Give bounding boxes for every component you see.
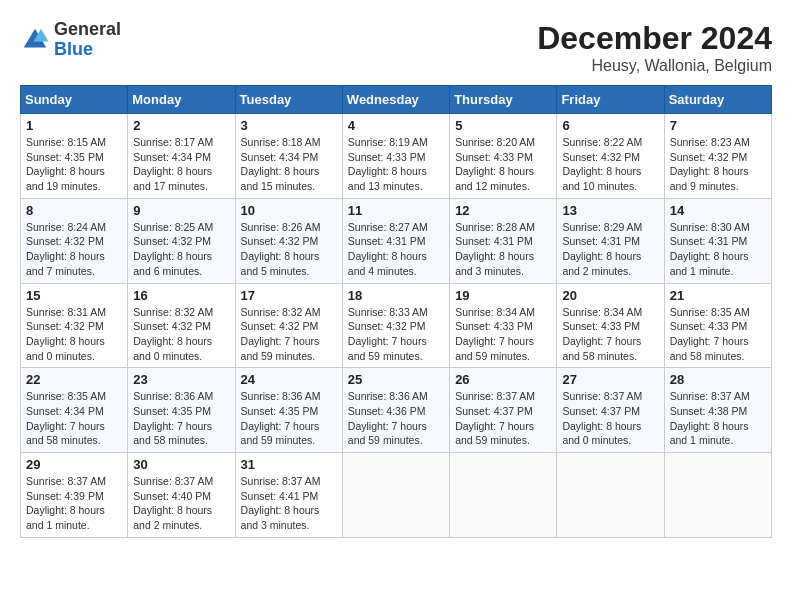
day-number: 29 [26, 457, 122, 472]
table-row: 14 Sunrise: 8:30 AMSunset: 4:31 PMDaylig… [664, 198, 771, 283]
day-info: Sunrise: 8:29 AMSunset: 4:31 PMDaylight:… [562, 220, 658, 279]
day-info: Sunrise: 8:37 AMSunset: 4:37 PMDaylight:… [455, 389, 551, 448]
col-thursday: Thursday [450, 86, 557, 114]
empty-cell [450, 453, 557, 538]
table-row: 9 Sunrise: 8:25 AMSunset: 4:32 PMDayligh… [128, 198, 235, 283]
day-info: Sunrise: 8:27 AMSunset: 4:31 PMDaylight:… [348, 220, 444, 279]
day-number: 22 [26, 372, 122, 387]
table-row: 11 Sunrise: 8:27 AMSunset: 4:31 PMDaylig… [342, 198, 449, 283]
day-number: 21 [670, 288, 766, 303]
page-header: General Blue December 2024 Heusy, Wallon… [20, 20, 772, 75]
table-row: 31 Sunrise: 8:37 AMSunset: 4:41 PMDaylig… [235, 453, 342, 538]
calendar-header-row: Sunday Monday Tuesday Wednesday Thursday… [21, 86, 772, 114]
day-number: 12 [455, 203, 551, 218]
day-number: 16 [133, 288, 229, 303]
calendar-row: 8 Sunrise: 8:24 AMSunset: 4:32 PMDayligh… [21, 198, 772, 283]
table-row: 22 Sunrise: 8:35 AMSunset: 4:34 PMDaylig… [21, 368, 128, 453]
table-row: 2 Sunrise: 8:17 AMSunset: 4:34 PMDayligh… [128, 114, 235, 199]
day-info: Sunrise: 8:31 AMSunset: 4:32 PMDaylight:… [26, 305, 122, 364]
day-number: 27 [562, 372, 658, 387]
day-number: 14 [670, 203, 766, 218]
day-info: Sunrise: 8:30 AMSunset: 4:31 PMDaylight:… [670, 220, 766, 279]
day-number: 26 [455, 372, 551, 387]
table-row: 1 Sunrise: 8:15 AMSunset: 4:35 PMDayligh… [21, 114, 128, 199]
logo: General Blue [20, 20, 121, 60]
day-info: Sunrise: 8:18 AMSunset: 4:34 PMDaylight:… [241, 135, 337, 194]
title-block: December 2024 Heusy, Wallonia, Belgium [537, 20, 772, 75]
logo-general-text: General [54, 19, 121, 39]
table-row: 30 Sunrise: 8:37 AMSunset: 4:40 PMDaylig… [128, 453, 235, 538]
table-row: 12 Sunrise: 8:28 AMSunset: 4:31 PMDaylig… [450, 198, 557, 283]
day-number: 13 [562, 203, 658, 218]
table-row: 21 Sunrise: 8:35 AMSunset: 4:33 PMDaylig… [664, 283, 771, 368]
day-info: Sunrise: 8:15 AMSunset: 4:35 PMDaylight:… [26, 135, 122, 194]
col-wednesday: Wednesday [342, 86, 449, 114]
day-number: 9 [133, 203, 229, 218]
col-monday: Monday [128, 86, 235, 114]
day-info: Sunrise: 8:23 AMSunset: 4:32 PMDaylight:… [670, 135, 766, 194]
day-info: Sunrise: 8:35 AMSunset: 4:34 PMDaylight:… [26, 389, 122, 448]
calendar-row: 15 Sunrise: 8:31 AMSunset: 4:32 PMDaylig… [21, 283, 772, 368]
day-number: 10 [241, 203, 337, 218]
day-info: Sunrise: 8:17 AMSunset: 4:34 PMDaylight:… [133, 135, 229, 194]
day-info: Sunrise: 8:22 AMSunset: 4:32 PMDaylight:… [562, 135, 658, 194]
day-number: 17 [241, 288, 337, 303]
table-row: 5 Sunrise: 8:20 AMSunset: 4:33 PMDayligh… [450, 114, 557, 199]
day-info: Sunrise: 8:25 AMSunset: 4:32 PMDaylight:… [133, 220, 229, 279]
table-row: 7 Sunrise: 8:23 AMSunset: 4:32 PMDayligh… [664, 114, 771, 199]
day-number: 4 [348, 118, 444, 133]
logo-blue-text: Blue [54, 39, 93, 59]
calendar-row: 29 Sunrise: 8:37 AMSunset: 4:39 PMDaylig… [21, 453, 772, 538]
day-number: 7 [670, 118, 766, 133]
empty-cell [342, 453, 449, 538]
page-title: December 2024 [537, 20, 772, 57]
day-info: Sunrise: 8:32 AMSunset: 4:32 PMDaylight:… [241, 305, 337, 364]
table-row: 6 Sunrise: 8:22 AMSunset: 4:32 PMDayligh… [557, 114, 664, 199]
day-number: 28 [670, 372, 766, 387]
day-info: Sunrise: 8:37 AMSunset: 4:38 PMDaylight:… [670, 389, 766, 448]
page-subtitle: Heusy, Wallonia, Belgium [537, 57, 772, 75]
logo-icon [20, 25, 50, 55]
day-info: Sunrise: 8:37 AMSunset: 4:37 PMDaylight:… [562, 389, 658, 448]
day-info: Sunrise: 8:37 AMSunset: 4:40 PMDaylight:… [133, 474, 229, 533]
table-row: 16 Sunrise: 8:32 AMSunset: 4:32 PMDaylig… [128, 283, 235, 368]
day-info: Sunrise: 8:32 AMSunset: 4:32 PMDaylight:… [133, 305, 229, 364]
day-number: 2 [133, 118, 229, 133]
calendar-table: Sunday Monday Tuesday Wednesday Thursday… [20, 85, 772, 538]
table-row: 10 Sunrise: 8:26 AMSunset: 4:32 PMDaylig… [235, 198, 342, 283]
day-number: 31 [241, 457, 337, 472]
calendar-row: 22 Sunrise: 8:35 AMSunset: 4:34 PMDaylig… [21, 368, 772, 453]
day-info: Sunrise: 8:28 AMSunset: 4:31 PMDaylight:… [455, 220, 551, 279]
table-row: 24 Sunrise: 8:36 AMSunset: 4:35 PMDaylig… [235, 368, 342, 453]
day-number: 24 [241, 372, 337, 387]
day-number: 11 [348, 203, 444, 218]
col-friday: Friday [557, 86, 664, 114]
table-row: 3 Sunrise: 8:18 AMSunset: 4:34 PMDayligh… [235, 114, 342, 199]
day-info: Sunrise: 8:37 AMSunset: 4:39 PMDaylight:… [26, 474, 122, 533]
day-number: 19 [455, 288, 551, 303]
empty-cell [557, 453, 664, 538]
empty-cell [664, 453, 771, 538]
day-number: 3 [241, 118, 337, 133]
day-info: Sunrise: 8:36 AMSunset: 4:35 PMDaylight:… [133, 389, 229, 448]
col-tuesday: Tuesday [235, 86, 342, 114]
table-row: 15 Sunrise: 8:31 AMSunset: 4:32 PMDaylig… [21, 283, 128, 368]
col-sunday: Sunday [21, 86, 128, 114]
day-number: 25 [348, 372, 444, 387]
table-row: 19 Sunrise: 8:34 AMSunset: 4:33 PMDaylig… [450, 283, 557, 368]
table-row: 28 Sunrise: 8:37 AMSunset: 4:38 PMDaylig… [664, 368, 771, 453]
day-info: Sunrise: 8:26 AMSunset: 4:32 PMDaylight:… [241, 220, 337, 279]
day-info: Sunrise: 8:36 AMSunset: 4:35 PMDaylight:… [241, 389, 337, 448]
day-number: 6 [562, 118, 658, 133]
col-saturday: Saturday [664, 86, 771, 114]
table-row: 20 Sunrise: 8:34 AMSunset: 4:33 PMDaylig… [557, 283, 664, 368]
day-number: 20 [562, 288, 658, 303]
table-row: 23 Sunrise: 8:36 AMSunset: 4:35 PMDaylig… [128, 368, 235, 453]
day-info: Sunrise: 8:36 AMSunset: 4:36 PMDaylight:… [348, 389, 444, 448]
table-row: 29 Sunrise: 8:37 AMSunset: 4:39 PMDaylig… [21, 453, 128, 538]
table-row: 4 Sunrise: 8:19 AMSunset: 4:33 PMDayligh… [342, 114, 449, 199]
day-info: Sunrise: 8:34 AMSunset: 4:33 PMDaylight:… [562, 305, 658, 364]
table-row: 25 Sunrise: 8:36 AMSunset: 4:36 PMDaylig… [342, 368, 449, 453]
calendar-row: 1 Sunrise: 8:15 AMSunset: 4:35 PMDayligh… [21, 114, 772, 199]
day-info: Sunrise: 8:19 AMSunset: 4:33 PMDaylight:… [348, 135, 444, 194]
